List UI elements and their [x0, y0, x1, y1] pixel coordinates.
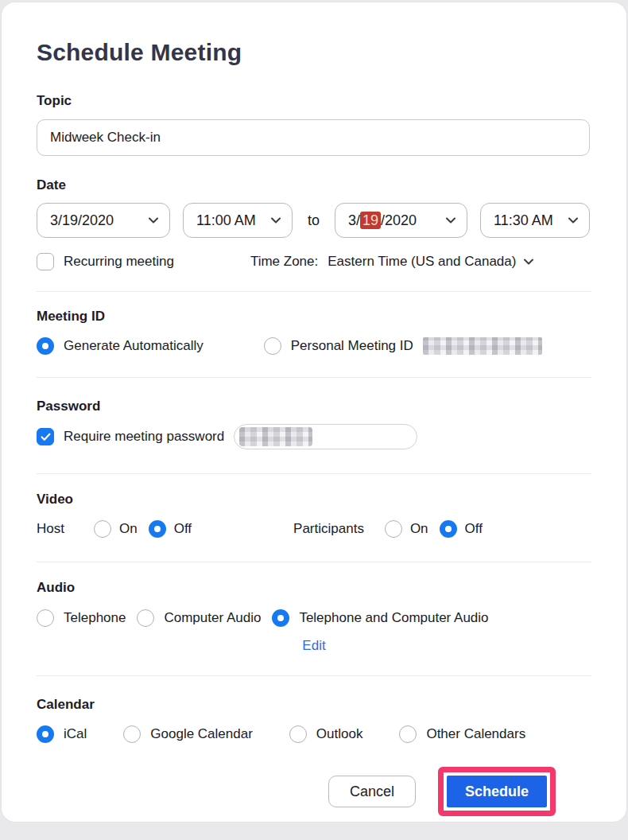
outlook-label: Outlook — [316, 726, 363, 742]
highlighted-day: 19 — [360, 212, 381, 229]
radio-selected-icon — [37, 337, 54, 355]
radio-unselected-icon — [123, 725, 141, 743]
password-label: Password — [37, 399, 591, 414]
radio-outlook[interactable]: Outlook — [289, 725, 363, 743]
radio-selected-icon — [149, 520, 166, 538]
edit-row: Edit — [37, 638, 591, 654]
ical-label: iCal — [64, 726, 87, 742]
edit-link[interactable]: Edit — [302, 638, 325, 654]
radio-unselected-icon — [94, 520, 111, 538]
radio-selected-icon — [440, 520, 457, 538]
radio-unselected-icon — [137, 609, 154, 627]
date-label: Date — [37, 177, 591, 193]
checkbox-unchecked-icon — [37, 253, 54, 270]
radio-unselected-icon — [264, 337, 281, 355]
radio-selected-icon — [272, 609, 289, 627]
page-title: Schedule Meeting — [37, 39, 591, 66]
end-time-dropdown[interactable]: 11:30 AM — [480, 203, 590, 238]
other-calendars-label: Other Calendars — [426, 726, 525, 742]
generate-automatically-label: Generate Automatically — [64, 338, 204, 354]
radio-generate-automatically[interactable]: Generate Automatically — [37, 337, 204, 355]
to-label: to — [293, 212, 335, 229]
start-date-value: 3/19/2020 — [50, 212, 114, 229]
host-on-label: On — [119, 521, 138, 537]
start-time-value: 11:00 AM — [196, 212, 256, 229]
start-time-dropdown[interactable]: 11:00 AM — [183, 203, 293, 238]
radio-unselected-icon — [37, 609, 54, 627]
section-divider — [37, 377, 591, 378]
timezone-label: Time Zone: — [250, 254, 318, 270]
password-row: Require meeting password — [37, 424, 591, 449]
computer-audio-label: Computer Audio — [164, 610, 261, 626]
schedule-button[interactable]: Schedule — [447, 776, 547, 807]
radio-computer-audio[interactable]: Computer Audio — [137, 609, 261, 627]
host-label: Host — [37, 521, 94, 537]
chevron-down-icon — [271, 217, 281, 224]
footer-actions: Cancel Schedule — [37, 767, 591, 816]
redacted-meeting-id — [423, 337, 542, 355]
meeting-id-options: Generate Automatically Personal Meeting … — [37, 337, 591, 355]
checkbox-checked-icon — [37, 428, 54, 445]
host-off-label: Off — [174, 521, 192, 537]
section-divider — [37, 675, 591, 676]
require-password-label: Require meeting password — [64, 429, 224, 445]
radio-unselected-icon — [399, 725, 417, 743]
radio-telephone-and-computer-audio[interactable]: Telephone and Computer Audio — [272, 609, 488, 627]
radio-host-on[interactable]: On — [94, 520, 138, 538]
radio-ical[interactable]: iCal — [37, 725, 87, 743]
end-date-value: 3/19/2020 — [348, 212, 417, 229]
end-date-dropdown[interactable]: 3/19/2020 — [335, 203, 467, 238]
chevron-down-icon — [446, 217, 455, 224]
password-input[interactable] — [234, 424, 417, 449]
recurring-meeting-label: Recurring meeting — [64, 254, 174, 270]
radio-telephone[interactable]: Telephone — [37, 609, 126, 627]
google-calendar-label: Google Calendar — [150, 726, 253, 742]
radio-unselected-icon — [385, 520, 402, 538]
video-label: Video — [37, 492, 591, 508]
personal-meeting-id-label: Personal Meeting ID — [291, 338, 413, 354]
chevron-down-icon — [149, 217, 158, 224]
telephone-label: Telephone — [64, 610, 126, 626]
calendar-label: Calendar — [37, 697, 591, 713]
timezone-value: Eastern Time (US and Canada) — [328, 254, 516, 270]
date-row: 3/19/2020 11:00 AM to 3/19/2020 11:30 AM — [37, 203, 591, 238]
radio-personal-meeting-id[interactable]: Personal Meeting ID — [264, 337, 542, 355]
radio-other-calendars[interactable]: Other Calendars — [399, 725, 525, 743]
radio-unselected-icon — [289, 725, 307, 743]
section-divider — [37, 562, 591, 562]
meeting-id-label: Meeting ID — [37, 309, 591, 325]
section-divider — [37, 291, 591, 292]
telephone-and-computer-audio-label: Telephone and Computer Audio — [299, 610, 488, 626]
radio-participants-on[interactable]: On — [385, 520, 428, 538]
section-divider — [37, 473, 591, 474]
schedule-meeting-dialog: Schedule Meeting Topic Date 3/19/2020 11… — [1, 2, 627, 822]
video-options: Host On Off Participants On Off — [37, 520, 591, 538]
topic-input[interactable] — [37, 119, 590, 156]
recurring-meeting-checkbox[interactable]: Recurring meeting — [37, 253, 174, 270]
timezone-selector[interactable]: Time Zone: Eastern Time (US and Canada) — [250, 254, 534, 270]
start-date-dropdown[interactable]: 3/19/2020 — [37, 203, 170, 238]
participants-on-label: On — [410, 521, 428, 537]
chevron-down-icon — [524, 259, 533, 265]
radio-google-calendar[interactable]: Google Calendar — [123, 725, 253, 743]
participants-off-label: Off — [465, 521, 483, 537]
participants-label: Participants — [293, 521, 364, 537]
calendar-options: iCal Google Calendar Outlook Other Calen… — [37, 725, 591, 743]
radio-selected-icon — [37, 725, 54, 743]
chevron-down-icon — [568, 217, 578, 224]
radio-host-off[interactable]: Off — [149, 520, 192, 538]
annotation-highlight-box: Schedule — [438, 767, 556, 816]
require-password-checkbox[interactable]: Require meeting password — [37, 428, 224, 445]
recurring-timezone-row: Recurring meeting Time Zone: Eastern Tim… — [37, 253, 591, 270]
cancel-button[interactable]: Cancel — [328, 776, 416, 807]
redacted-password — [239, 427, 312, 446]
end-time-value: 11:30 AM — [494, 212, 553, 229]
radio-participants-off[interactable]: Off — [440, 520, 483, 538]
audio-label: Audio — [37, 580, 591, 596]
audio-options: Telephone Computer Audio Telephone and C… — [37, 609, 591, 627]
topic-label: Topic — [37, 93, 591, 109]
